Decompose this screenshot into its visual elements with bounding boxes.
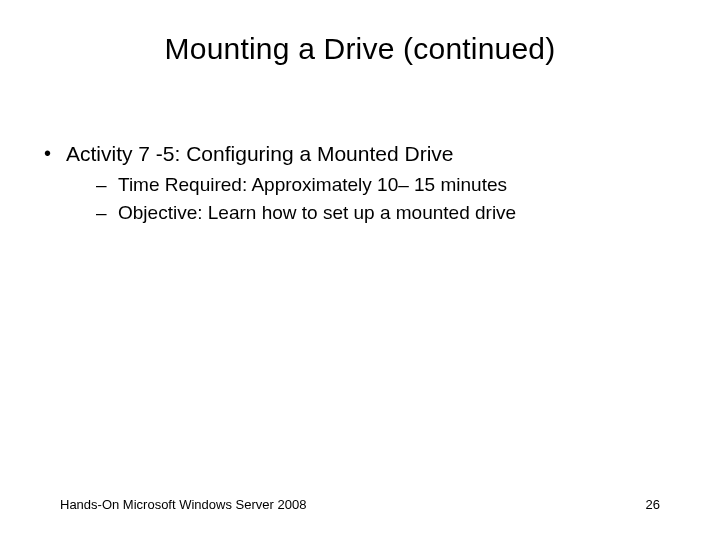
activity-label: Activity 7 -5: Configuring a Mounted Dri… — [66, 142, 454, 165]
time-required-label: Time Required: Approximately 10– 15 minu… — [118, 174, 507, 195]
list-item: Activity 7 -5: Configuring a Mounted Dri… — [38, 140, 682, 226]
objective-label: Objective: Learn how to set up a mounted… — [118, 202, 516, 223]
footer-source: Hands-On Microsoft Windows Server 2008 — [60, 497, 306, 512]
bullet-list-level2: Time Required: Approximately 10– 15 minu… — [66, 172, 682, 225]
slide-title: Mounting a Drive (continued) — [0, 32, 720, 66]
bullet-list-level1: Activity 7 -5: Configuring a Mounted Dri… — [38, 140, 682, 226]
list-item: Time Required: Approximately 10– 15 minu… — [66, 172, 682, 198]
slide-body: Activity 7 -5: Configuring a Mounted Dri… — [38, 140, 682, 232]
list-item: Objective: Learn how to set up a mounted… — [66, 200, 682, 226]
footer-page-number: 26 — [646, 497, 660, 512]
slide: Mounting a Drive (continued) Activity 7 … — [0, 0, 720, 540]
